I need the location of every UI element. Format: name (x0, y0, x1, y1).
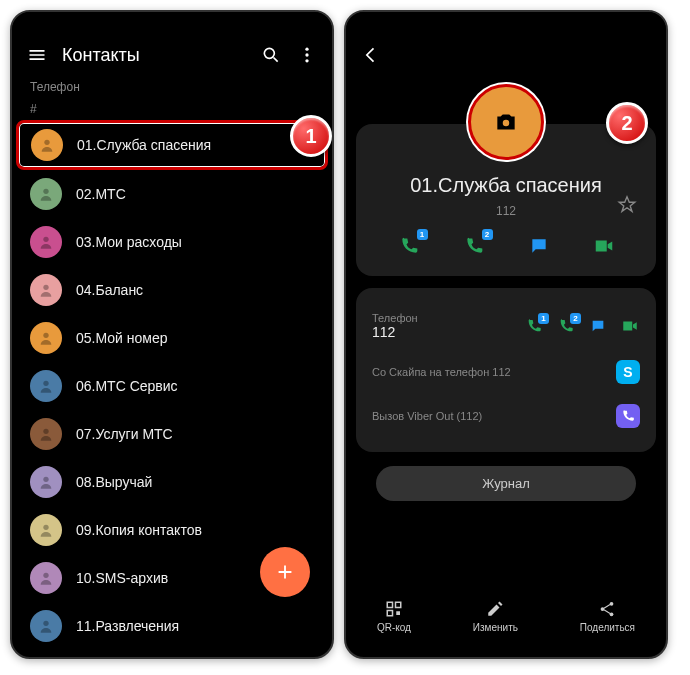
avatar (30, 322, 62, 354)
avatar (30, 562, 62, 594)
contact-name: 01.Служба спасения (77, 137, 211, 153)
section-marker: # (12, 98, 332, 120)
profile-photo-button[interactable] (468, 84, 544, 160)
svg-rect-19 (387, 611, 392, 616)
avatar (30, 178, 62, 210)
svg-point-2 (305, 48, 308, 51)
menu-icon[interactable] (26, 44, 48, 66)
call-sim1-mini[interactable]: 1 (524, 316, 544, 336)
journal-button[interactable]: Журнал (376, 466, 636, 501)
svg-point-14 (43, 573, 48, 578)
contact-name: 09.Копия контактов (76, 522, 202, 538)
avatar (30, 514, 62, 546)
favorite-star-icon[interactable] (616, 194, 638, 216)
contact-item[interactable]: 03.Мои расходы (12, 218, 332, 266)
info-card: Телефон 112 1 2 Со Скайпа на телефон 112… (356, 288, 656, 452)
back-icon[interactable] (360, 44, 382, 66)
edit-icon (486, 600, 504, 618)
add-contact-button[interactable] (260, 547, 310, 597)
contact-name: 10.SMS-архив (76, 570, 168, 586)
contact-name: 04.Баланс (76, 282, 143, 298)
svg-point-12 (43, 477, 48, 482)
viber-icon[interactable] (616, 404, 640, 428)
contact-item[interactable]: 11.Развлечения (12, 602, 332, 650)
avatar (30, 226, 62, 258)
svg-point-5 (44, 140, 49, 145)
svg-point-13 (43, 525, 48, 530)
skype-icon[interactable]: S (616, 360, 640, 384)
detail-header (346, 34, 666, 76)
edit-button[interactable]: Изменить (473, 600, 518, 633)
call-sim2-mini[interactable]: 2 (556, 316, 576, 336)
profile-card: 01.Служба спасения 112 1 2 (356, 124, 656, 276)
contact-item[interactable]: 05.Мой номер (12, 314, 332, 362)
contact-name: 03.Мои расходы (76, 234, 182, 250)
contacts-header: Контакты (12, 34, 332, 76)
svg-point-16 (503, 120, 510, 127)
skype-row[interactable]: Со Скайпа на телефон 112 S (372, 350, 640, 394)
svg-point-3 (305, 53, 308, 56)
contact-name: 06.МТС Сервис (76, 378, 178, 394)
qr-code-button[interactable]: QR-код (377, 600, 411, 633)
message-button[interactable] (525, 232, 553, 260)
contact-name: 07.Услуги МТС (76, 426, 173, 442)
bottom-bar: QR-код Изменить Поделиться (346, 590, 666, 643)
svg-point-6 (43, 189, 48, 194)
contact-item[interactable]: 04.Баланс (12, 266, 332, 314)
call-sim1-button[interactable]: 1 (395, 232, 423, 260)
avatar (30, 466, 62, 498)
contact-name: 01.Служба спасения (366, 172, 646, 198)
message-mini[interactable] (588, 316, 608, 336)
phone-row[interactable]: Телефон 112 1 2 (372, 302, 640, 350)
svg-point-11 (43, 429, 48, 434)
viber-label: Вызов Viber Out (112) (372, 410, 606, 422)
avatar (30, 274, 62, 306)
contact-name: 11.Развлечения (76, 618, 179, 634)
svg-point-10 (43, 381, 48, 386)
contact-item[interactable]: 06.МТС Сервис (12, 362, 332, 410)
status-bar (12, 12, 332, 34)
share-icon (598, 600, 616, 618)
share-button[interactable]: Поделиться (580, 600, 635, 633)
svg-rect-18 (395, 602, 400, 607)
svg-line-25 (604, 610, 610, 614)
avatar (30, 370, 62, 402)
svg-point-15 (43, 621, 48, 626)
svg-line-1 (274, 58, 278, 62)
video-mini[interactable] (620, 316, 640, 336)
annotation-badge-2: 2 (606, 102, 648, 144)
svg-line-24 (604, 605, 610, 609)
camera-icon (493, 109, 519, 135)
svg-point-22 (610, 602, 614, 606)
contact-item[interactable]: 02.МТС (12, 170, 332, 218)
contact-name: 02.МТС (76, 186, 126, 202)
contact-name: 08.Выручай (76, 474, 152, 490)
phone-label: Телефон (372, 312, 514, 324)
phone-left: Контакты Телефон # 01.Служба спасения02.… (10, 10, 334, 659)
svg-point-7 (43, 237, 48, 242)
svg-point-21 (601, 607, 605, 611)
contact-name: 05.Мой номер (76, 330, 168, 346)
avatar (30, 610, 62, 642)
phone-value: 112 (372, 324, 514, 340)
header-title: Контакты (62, 45, 246, 66)
status-bar (346, 12, 666, 34)
action-row: 1 2 (366, 232, 646, 260)
svg-point-8 (43, 285, 48, 290)
svg-point-9 (43, 333, 48, 338)
avatar (30, 418, 62, 450)
video-call-button[interactable] (590, 232, 618, 260)
contact-item[interactable]: 08.Выручай (12, 458, 332, 506)
svg-point-4 (305, 59, 308, 62)
contact-item[interactable]: 01.Служба спасения (16, 120, 328, 170)
subheader: Телефон (12, 76, 332, 98)
svg-rect-17 (387, 602, 392, 607)
call-sim2-button[interactable]: 2 (460, 232, 488, 260)
viber-row[interactable]: Вызов Viber Out (112) (372, 394, 640, 438)
contact-number: 112 (366, 204, 646, 218)
qr-icon (385, 600, 403, 618)
annotation-badge-1: 1 (290, 115, 332, 157)
contact-item[interactable]: 07.Услуги МТС (12, 410, 332, 458)
search-icon[interactable] (260, 44, 282, 66)
more-icon[interactable] (296, 44, 318, 66)
